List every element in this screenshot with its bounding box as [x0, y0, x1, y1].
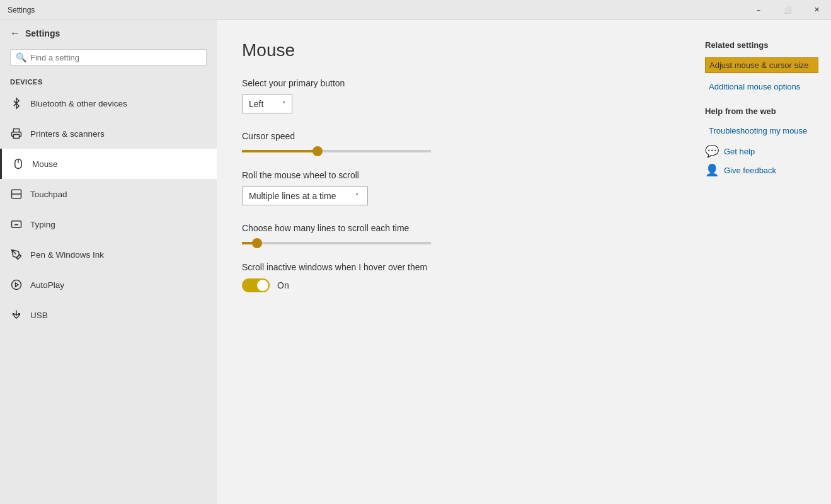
- sidebar-item-usb[interactable]: USB: [0, 300, 217, 330]
- pen-label: Pen & Windows Ink: [30, 250, 104, 260]
- sidebar-item-touchpad[interactable]: Touchpad: [0, 179, 217, 209]
- scroll-lines-track: [242, 242, 431, 244]
- adjust-cursor-link[interactable]: Adjust mouse & cursor size: [705, 57, 818, 73]
- get-help-item[interactable]: 💬 Get help: [705, 144, 818, 158]
- scroll-inactive-toggle-row: On: [242, 278, 667, 292]
- mouse-options-link[interactable]: Additional mouse options: [705, 79, 818, 94]
- usb-label: USB: [30, 311, 48, 320]
- scroll-inactive-toggle-label: On: [277, 280, 289, 290]
- cursor-speed-track: [242, 150, 431, 152]
- scroll-lines-section: Choose how many lines to scroll each tim…: [242, 223, 667, 244]
- scroll-inactive-section: Scroll inactive windows when I hover ove…: [242, 262, 667, 292]
- give-feedback-icon: 👤: [705, 163, 719, 177]
- mouse-label: Mouse: [32, 159, 58, 169]
- related-settings-title: Related settings: [705, 40, 818, 50]
- scroll-wheel-value: Multiple lines at a time: [249, 191, 336, 201]
- sidebar-item-mouse[interactable]: Mouse: [0, 149, 217, 179]
- typing-label: Typing: [30, 220, 55, 229]
- touchpad-icon: [10, 188, 23, 200]
- search-icon: 🔍: [16, 52, 26, 62]
- usb-icon: [10, 309, 23, 321]
- autoplay-icon: [10, 278, 23, 291]
- sidebar: ← Settings 🔍 Devices Bluetooth & other d…: [0, 20, 217, 504]
- get-help-label[interactable]: Get help: [724, 147, 755, 156]
- scroll-inactive-label: Scroll inactive windows when I hover ove…: [242, 262, 667, 272]
- sidebar-item-pen[interactable]: Pen & Windows Ink: [0, 239, 217, 270]
- main-content: Mouse Select your primary button Left ˅ …: [217, 20, 692, 504]
- primary-button-dropdown[interactable]: Left ˅: [242, 94, 292, 113]
- back-arrow-icon: ←: [10, 28, 20, 39]
- section-devices-label: Devices: [0, 73, 217, 88]
- sidebar-item-printers[interactable]: Printers & scanners: [0, 118, 217, 149]
- cursor-speed-label: Cursor speed: [242, 131, 667, 141]
- cursor-speed-fill: [242, 150, 318, 152]
- scroll-wheel-arrow-icon: ˅: [355, 193, 358, 200]
- cursor-speed-section: Cursor speed: [242, 131, 667, 152]
- autoplay-label: AutoPlay: [30, 280, 64, 290]
- sidebar-item-typing[interactable]: Typing: [0, 209, 217, 239]
- toggle-knob: [257, 280, 268, 291]
- titlebar-controls: − ⬜ ✕: [744, 0, 831, 20]
- bluetooth-icon: [10, 97, 23, 110]
- titlebar-left: Settings: [8, 6, 35, 14]
- keyboard-icon: [10, 218, 23, 231]
- svg-rect-0: [14, 135, 20, 139]
- search-box[interactable]: 🔍: [10, 49, 207, 66]
- primary-button-value: Left: [249, 99, 263, 109]
- printer-icon: [10, 127, 23, 140]
- scroll-inactive-toggle[interactable]: [242, 278, 270, 292]
- sidebar-app-title: Settings: [25, 28, 60, 38]
- sidebar-item-autoplay[interactable]: AutoPlay: [0, 270, 217, 300]
- primary-button-label: Select your primary button: [242, 78, 667, 88]
- printers-label: Printers & scanners: [30, 129, 105, 139]
- scroll-wheel-label: Roll the mouse wheel to scroll: [242, 170, 667, 180]
- right-panel: Related settings Adjust mouse & cursor s…: [692, 20, 831, 504]
- app-body: ← Settings 🔍 Devices Bluetooth & other d…: [0, 20, 831, 504]
- titlebar-title: Settings: [8, 6, 35, 14]
- troubleshoot-link[interactable]: Troubleshooting my mouse: [705, 123, 818, 138]
- help-title: Help from the web: [705, 106, 818, 116]
- close-button[interactable]: ✕: [802, 0, 831, 20]
- search-input[interactable]: [30, 53, 201, 62]
- titlebar: Settings − ⬜ ✕: [0, 0, 831, 20]
- maximize-button[interactable]: ⬜: [773, 0, 802, 20]
- svg-marker-15: [16, 283, 19, 287]
- svg-point-14: [12, 280, 21, 290]
- pen-icon: [10, 248, 23, 261]
- cursor-speed-thumb[interactable]: [312, 146, 323, 156]
- scroll-wheel-dropdown[interactable]: Multiple lines at a time ˅: [242, 186, 368, 205]
- get-help-icon: 💬: [705, 144, 719, 158]
- sidebar-item-bluetooth[interactable]: Bluetooth & other devices: [0, 88, 217, 118]
- page-title: Mouse: [242, 40, 667, 60]
- primary-button-section: Select your primary button Left ˅: [242, 78, 667, 113]
- scroll-lines-thumb[interactable]: [252, 238, 262, 248]
- primary-button-arrow-icon: ˅: [282, 101, 285, 108]
- touchpad-label: Touchpad: [30, 190, 67, 199]
- scroll-lines-label: Choose how many lines to scroll each tim…: [242, 223, 667, 233]
- cursor-speed-slider[interactable]: [242, 150, 431, 152]
- minimize-button[interactable]: −: [744, 0, 773, 20]
- scroll-wheel-section: Roll the mouse wheel to scroll Multiple …: [242, 170, 667, 205]
- bluetooth-label: Bluetooth & other devices: [30, 99, 127, 108]
- give-feedback-item[interactable]: 👤 Give feedback: [705, 163, 818, 177]
- mouse-icon: [12, 158, 25, 170]
- scroll-lines-slider[interactable]: [242, 242, 431, 244]
- back-button[interactable]: ← Settings: [0, 20, 217, 47]
- give-feedback-label[interactable]: Give feedback: [724, 166, 776, 175]
